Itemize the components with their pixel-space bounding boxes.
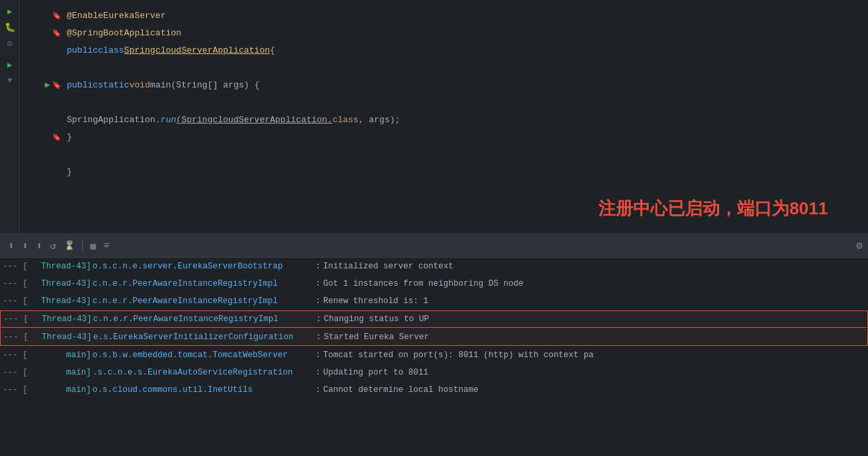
log-line-1: --- [ Thread-43] o.s.c.n.e.server.Eureka… (0, 258, 868, 275)
log-thread-5: Thread-43] (29, 332, 92, 342)
log-class-8: o.s.cloud.commons.util.InetUtils (93, 385, 313, 395)
log-message-6: Tomcat started on port(s): 8011 (http) w… (323, 351, 594, 360)
log-class-2: c.n.e.r.PeerAwareInstanceRegistryImpl (93, 279, 313, 288)
log-message-8: Cannot determine local hostname (323, 385, 479, 395)
toolbar-icon-run[interactable]: ▶ (3, 4, 17, 19)
log-line-3: --- [ Thread-43] c.n.e.r.PeerAwareInstan… (0, 292, 868, 310)
settings-gear-icon[interactable]: ⚙ (856, 239, 863, 252)
bookmark-icon: 🔖 (52, 11, 61, 20)
log-thread-2: Thread-43] (28, 279, 91, 288)
code-content-2: @SpringBootApplication (67, 28, 182, 38)
log-thread-3: Thread-43] (28, 296, 91, 306)
log-class-6: o.s.b.w.embedded.tomcat.TomcatWebServer (93, 351, 313, 360)
annotation-overlay: 注册中心已启动，端口为8011 (598, 197, 828, 220)
log-class-4: c.n.e.r.PeerAwareInstanceRegistryImpl (93, 314, 314, 324)
log-thread: Thread-43] (28, 262, 91, 271)
code-line-7: SpringApplication. run (SpringcloudServe… (20, 111, 868, 128)
log-dash: --- (3, 262, 21, 271)
log-dash-3: --- (3, 296, 21, 306)
code-line-10: } (20, 163, 868, 180)
log-message-7: Updating port to 8011 (323, 368, 429, 377)
code-line-5: ▶ 🔖 public static void main (String[] ar… (20, 76, 868, 93)
log-line-5-highlighted: --- [ Thread-43] e.s.EurekaServerInitial… (0, 328, 868, 346)
toolbar-btn-filter[interactable]: ⌛ (61, 239, 77, 252)
left-toolbar: ▶ 🐛 ⚙ ▶ ▼ (0, 0, 20, 234)
log-message-4: Changing status to UP (324, 314, 429, 324)
log-dash-2: --- (3, 279, 21, 288)
toolbar-separator (82, 240, 83, 252)
code-line-8: 🔖 } (20, 128, 868, 146)
log-class: o.s.c.n.e.server.EurekaServerBootstrap (93, 262, 313, 271)
log-dash-4: --- (3, 314, 22, 324)
code-line-1: 🔖 @EnableEurekaServer (20, 7, 868, 24)
log-message-3: Renew threshold is: 1 (323, 296, 429, 306)
log-dash-7: --- (3, 368, 21, 377)
log-thread-4: Thread-43] (29, 314, 92, 324)
log-line-6: --- [ main] o.s.b.w.embedded.tomcat.Tomc… (0, 347, 868, 364)
class-name: SpringcloudServerApplication (124, 45, 270, 55)
log-class-3: c.n.e.r.PeerAwareInstanceRegistryImpl (93, 296, 313, 306)
log-thread-7: main] (28, 368, 91, 377)
run-gutter-icon[interactable]: ▶ (45, 79, 50, 90)
log-message: Initialized server context (323, 262, 453, 271)
code-content: @EnableEurekaServer (67, 11, 166, 21)
code-line-3: public class SpringcloudServerApplicatio… (20, 41, 868, 59)
bookmark-icon-5: 🔖 (52, 81, 61, 89)
toolbar-btn-download[interactable]: ⬇ (5, 238, 17, 254)
log-line-2: --- [ Thread-43] c.n.e.r.PeerAwareInstan… (0, 275, 868, 292)
toolbar-icon-settings[interactable]: ⚙ (3, 36, 17, 51)
toolbar-icon-down[interactable]: ▼ (3, 73, 17, 88)
log-thread-6: main] (28, 351, 91, 360)
log-dash-5: --- (3, 332, 22, 342)
code-line-9 (20, 146, 868, 163)
code-editor: 🔖 @EnableEurekaServer 🔖 @SpringBootAppli… (20, 0, 868, 234)
console-toolbar: ⬇ ⬇ ⬆ ↺ ⌛ ▦ ≡ ⚙ (0, 234, 868, 258)
toolbar-btn-refresh[interactable]: ↺ (47, 238, 59, 254)
bookmark-icon-8: 🔖 (52, 133, 61, 142)
log-line-8: --- [ main] o.s.cloud.commons.util.InetU… (0, 381, 868, 399)
toolbar-icon-debug[interactable]: 🐛 (3, 20, 17, 35)
bookmark-icon-2: 🔖 (52, 29, 61, 37)
log-message-2: Got 1 instances from neighboring DS node (323, 279, 523, 288)
toolbar-btn-upload[interactable]: ⬆ (33, 238, 45, 254)
log-message-5: Started Eureka Server (324, 332, 429, 342)
log-class-7: .s.c.n.e.s.EurekaAutoServiceRegistration (93, 368, 313, 377)
code-line-6 (20, 93, 868, 111)
console-section: --- [ Thread-43] o.s.c.n.e.server.Eureka… (0, 258, 868, 456)
toolbar-btn-grid[interactable]: ▦ (87, 239, 98, 253)
code-line-4 (20, 59, 868, 76)
log-thread-8: main] (28, 385, 91, 395)
code-line-2: 🔖 @SpringBootApplication (20, 24, 868, 41)
toolbar-icon-run2[interactable]: ▶ (3, 57, 17, 72)
log-dash-8: --- (3, 385, 21, 395)
log-class-5: e.s.EurekaServerInitializerConfiguration (93, 332, 314, 342)
log-line-4-highlighted: --- [ Thread-43] c.n.e.r.PeerAwareInstan… (0, 310, 868, 328)
log-dash-6: --- (3, 351, 21, 360)
toolbar-btn-download2[interactable]: ⬇ (19, 238, 31, 254)
log-line-7: --- [ main] .s.c.n.e.s.EurekaAutoService… (0, 364, 868, 381)
toolbar-btn-lines[interactable]: ≡ (101, 239, 112, 252)
